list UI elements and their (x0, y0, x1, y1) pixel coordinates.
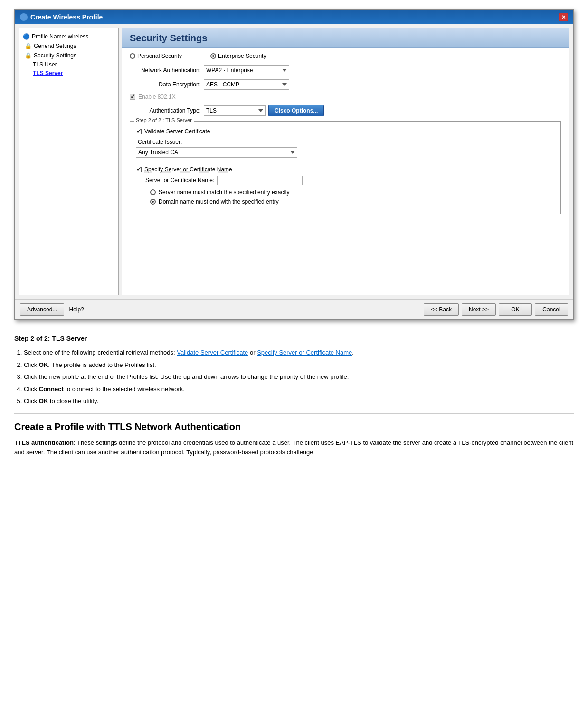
personal-security-option[interactable]: Personal Security (130, 53, 182, 59)
dialog-icon (20, 13, 28, 21)
enable-8021x-label: Enable 802.1X (138, 94, 176, 100)
general-settings-icon: 🔒 (24, 42, 32, 50)
enterprise-security-label: Enterprise Security (218, 53, 266, 59)
data-encryption-row: Data Encryption: AES - CCMP (130, 79, 561, 90)
step-1: Select one of the following credential r… (24, 348, 574, 357)
enable-8021x-checkbox[interactable] (130, 94, 135, 100)
step2-text: Click (24, 361, 39, 368)
spacer (136, 162, 555, 166)
dialog-footer: Advanced... Help? << Back Next >> OK Can… (15, 299, 573, 319)
step5-bold: OK (39, 397, 48, 404)
steps-list: Select one of the following credential r… (24, 348, 574, 406)
body-text-content: : These settings define the protocol and… (14, 439, 573, 456)
profile-name-label: Profile Name: wireless (32, 33, 88, 40)
advanced-button[interactable]: Advanced... (20, 303, 64, 316)
step1-text-before: Select one of the following credential r… (24, 349, 177, 356)
back-button[interactable]: << Back (424, 303, 459, 316)
cert-issuer-select[interactable]: Any Trusted CA (136, 147, 297, 158)
validate-cert-link[interactable]: Validate Server Certificate (177, 349, 248, 356)
server-cert-name-row: Server or Certificate Name: (136, 176, 555, 185)
tls-user-label: TLS User (33, 61, 57, 68)
personal-security-label: Personal Security (137, 53, 182, 59)
dialog-title: Create Wireless Profile (30, 13, 103, 21)
server-match-exact-row: Server name must match the specified ent… (136, 189, 555, 196)
enterprise-security-option[interactable]: Enterprise Security (210, 53, 266, 59)
step5-text-after: to close the utility. (48, 397, 98, 404)
tree-children: TLS User TLS Server (22, 60, 115, 77)
specify-server-label: Specify Server or Certificate Name (144, 166, 232, 173)
network-auth-select[interactable]: WPA2 - Enterprise (204, 65, 289, 75)
validate-cert-row: Validate Server Certificate (136, 128, 555, 135)
body-bold: TTLS authentication (14, 439, 74, 446)
specify-server-checkbox[interactable] (136, 167, 142, 172)
auth-type-row: Authentication Type: TLS Cisco Options..… (130, 105, 561, 116)
network-auth-row: Network Authentication: WPA2 - Enterpris… (130, 65, 561, 75)
step2-groupbox: Step 2 of 2 : TLS Server Validate Server… (130, 121, 561, 214)
section-divider (14, 413, 574, 414)
general-settings-label: General Settings (34, 43, 76, 49)
tree-item-tls-user[interactable]: TLS User (33, 60, 115, 69)
network-auth-label: Network Authentication: (130, 67, 201, 74)
security-header-title: Security Settings (130, 33, 561, 44)
dialog-titlebar: Create Wireless Profile ✕ (15, 10, 573, 24)
step1-text-after: . (352, 349, 354, 356)
titlebar-left: Create Wireless Profile (20, 13, 103, 21)
tree-item-profile-name[interactable]: 🔵 Profile Name: wireless (22, 32, 115, 41)
security-settings-label: Security Settings (34, 52, 76, 59)
right-panel: Security Settings Personal Security Ente… (122, 28, 569, 295)
server-match-exact-label: Server name must match the specified ent… (159, 189, 289, 196)
tree-item-general-settings[interactable]: 🔒 General Settings (22, 41, 115, 51)
ok-button[interactable]: OK (499, 303, 532, 316)
left-panel-tree: 🔵 Profile Name: wireless 🔒 General Setti… (19, 28, 119, 295)
server-match-domain-radio[interactable] (150, 199, 156, 205)
page-content: Step 2 of 2: TLS Server Select one of th… (0, 330, 588, 467)
server-cert-name-label: Server or Certificate Name: (145, 177, 214, 184)
step2-bold: OK (39, 361, 48, 368)
help-link[interactable]: Help? (69, 306, 84, 313)
cancel-button[interactable]: Cancel (535, 303, 568, 316)
tree-item-security-settings[interactable]: 🔒 Security Settings (22, 51, 115, 60)
step4-text-after: to connect to the selected wireless netw… (64, 385, 185, 393)
tls-server-label: TLS Server (33, 70, 63, 76)
specify-server-row: Specify Server or Certificate Name (136, 166, 555, 173)
step2-text-after: . The profile is added to the Profiles l… (48, 361, 156, 368)
next-button[interactable]: Next >> (462, 303, 496, 316)
data-encryption-select[interactable]: AES - CCMP (204, 79, 289, 90)
footer-right: << Back Next >> OK Cancel (424, 303, 568, 316)
cisco-options-button[interactable]: Cisco Options... (268, 105, 324, 116)
body-text: TTLS authentication: These settings defi… (14, 438, 574, 458)
security-settings-icon: 🔒 (24, 52, 32, 59)
server-cert-name-input[interactable] (217, 176, 303, 185)
dialog-body: 🔵 Profile Name: wireless 🔒 General Setti… (15, 24, 573, 299)
create-wireless-profile-dialog: Create Wireless Profile ✕ 🔵 Profile Name… (14, 9, 574, 320)
step4-bold: Connect (39, 385, 64, 393)
server-match-domain-row: Domain name must end with the specified … (136, 198, 555, 205)
step-5: Click OK to close the utility. (24, 396, 574, 406)
enable-8021x-row: Enable 802.1X (130, 94, 561, 100)
security-content: Personal Security Enterprise Security Ne… (122, 48, 569, 223)
cert-issuer-label: Certificate Issuer: (138, 139, 555, 145)
auth-type-select[interactable]: TLS (204, 105, 266, 116)
specify-server-link[interactable]: Specify Server or Certificate Name (257, 349, 352, 356)
profile-icon: 🔵 (22, 33, 30, 40)
step2-legend: Step 2 of 2 : TLS Server (134, 117, 194, 123)
close-button[interactable]: ✕ (559, 13, 568, 21)
step4-text: Click (24, 385, 39, 393)
validate-cert-label: Validate Server Certificate (144, 128, 210, 135)
step-2: Click OK. The profile is added to the Pr… (24, 360, 574, 370)
enterprise-security-radio[interactable] (210, 53, 216, 59)
tree-item-tls-server[interactable]: TLS Server (33, 69, 115, 77)
validate-cert-checkbox[interactable] (136, 129, 142, 134)
auth-type-label: Authentication Type: (130, 107, 201, 114)
security-settings-header: Security Settings (122, 28, 569, 48)
server-match-domain-label: Domain name must end with the specified … (159, 198, 279, 205)
step-title: Step 2 of 2: TLS Server (14, 335, 574, 342)
step-4: Click Connect to connect to the selected… (24, 385, 574, 394)
personal-security-radio[interactable] (130, 53, 135, 59)
section-heading: Create a Profile with TTLS Network Authe… (14, 422, 574, 432)
step5-text: Click (24, 397, 39, 404)
cert-issuer-row: Any Trusted CA (136, 147, 555, 158)
security-type-row: Personal Security Enterprise Security (130, 53, 561, 59)
step-3: Click the new profile at the end of the … (24, 372, 574, 382)
server-match-exact-radio[interactable] (150, 189, 156, 195)
